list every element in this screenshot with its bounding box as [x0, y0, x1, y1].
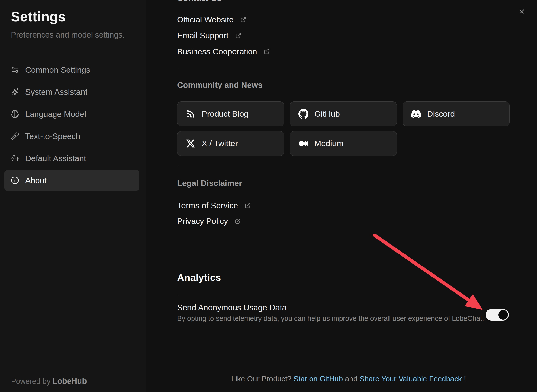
sliders-icon: [11, 66, 19, 74]
feedback-bubble-icon: [221, 375, 228, 383]
sidebar-item-label: Language Model: [25, 109, 86, 119]
share-feedback-link[interactable]: Share Your Valuable Feedback: [360, 375, 462, 383]
terms-of-service-link[interactable]: Terms of Service: [177, 201, 251, 210]
bot-icon: [11, 154, 19, 162]
section-divider: [177, 295, 510, 295]
discord-icon: [411, 109, 421, 119]
link-label: Terms of Service: [177, 201, 238, 210]
external-link-icon: [235, 32, 241, 38]
lobehub-brand[interactable]: LobeHub: [52, 377, 87, 386]
button-label: Discord: [427, 109, 455, 119]
powered-by: Powered by LobeHub: [11, 377, 87, 386]
footer-text: Like Our Product?: [231, 375, 291, 383]
settings-page: Settings Preferences and model settings.…: [0, 0, 537, 392]
analytics-heading: Analytics: [177, 272, 221, 283]
powered-by-text: Powered by: [11, 377, 50, 386]
star-on-github-link[interactable]: Star on GitHub: [293, 375, 343, 383]
external-link-icon: [245, 202, 251, 209]
sidebar-item-default-assistant[interactable]: Default Assistant: [4, 148, 139, 169]
github-button[interactable]: GitHub: [290, 101, 397, 126]
discord-button[interactable]: Discord: [403, 101, 510, 126]
link-label: Official Website: [177, 15, 234, 24]
sparkles-icon: [11, 88, 19, 96]
usage-data-description: By opting to send telemetry data, you ca…: [177, 315, 484, 322]
external-link-icon: [264, 49, 270, 55]
feedback-footer: Like Our Product? Star on GitHub and Sha…: [177, 375, 510, 383]
sidebar-item-language-model[interactable]: Language Model: [4, 103, 139, 125]
community-heading: Community and News: [177, 80, 262, 90]
github-icon: [298, 109, 308, 119]
legal-heading: Legal Disclaimer: [177, 178, 242, 188]
sidebar-item-label: About: [25, 176, 47, 185]
privacy-policy-link[interactable]: Privacy Policy: [177, 216, 241, 226]
sidebar-item-label: Text-to-Speech: [25, 132, 80, 141]
link-label: Business Cooperation: [177, 47, 257, 56]
button-label: X / Twitter: [202, 139, 238, 148]
button-label: Medium: [314, 139, 343, 148]
close-icon[interactable]: [518, 8, 525, 15]
medium-icon: [298, 139, 308, 149]
x-twitter-icon: [186, 139, 196, 149]
x-twitter-button[interactable]: X / Twitter: [177, 131, 284, 156]
sidebar-menu: Common Settings System Assistant Languag…: [0, 59, 146, 192]
medium-button[interactable]: Medium: [290, 131, 397, 156]
product-blog-button[interactable]: Product Blog: [177, 101, 284, 126]
usage-data-label: Send Anonymous Usage Data: [177, 303, 287, 312]
usage-data-toggle[interactable]: [486, 309, 509, 321]
email-support-link[interactable]: Email Support: [177, 31, 241, 40]
info-icon: [11, 176, 19, 184]
link-label: Privacy Policy: [177, 216, 228, 226]
about-content: Contact Us Official Website Email Suppor…: [177, 0, 510, 392]
settings-sidebar: Settings Preferences and model settings.…: [0, 0, 146, 392]
toggle-knob: [498, 310, 508, 320]
section-divider: [177, 167, 510, 167]
button-label: Product Blog: [202, 109, 249, 119]
button-label: GitHub: [314, 109, 340, 119]
contact-us-heading: Contact Us: [177, 0, 222, 3]
rss-icon: [186, 109, 196, 119]
sidebar-item-label: Common Settings: [25, 65, 90, 75]
business-cooperation-link[interactable]: Business Cooperation: [177, 47, 270, 56]
about-panel: Contact Us Official Website Email Suppor…: [146, 0, 537, 392]
sidebar-item-label: System Assistant: [25, 87, 87, 97]
mic-icon: [11, 132, 19, 140]
link-label: Email Support: [177, 31, 229, 40]
sidebar-item-label: Default Assistant: [25, 154, 86, 163]
sidebar-item-text-to-speech[interactable]: Text-to-Speech: [4, 126, 139, 147]
sidebar-item-common-settings[interactable]: Common Settings: [4, 59, 139, 80]
brain-icon: [11, 110, 19, 118]
external-link-icon: [235, 218, 241, 224]
section-divider: [177, 69, 510, 69]
official-website-link[interactable]: Official Website: [177, 15, 246, 24]
sidebar-item-about[interactable]: About: [4, 170, 139, 191]
page-subtitle: Preferences and model settings.: [11, 30, 125, 39]
footer-text: !: [464, 375, 466, 383]
page-title: Settings: [11, 9, 66, 25]
sidebar-item-system-assistant[interactable]: System Assistant: [4, 81, 139, 102]
footer-text: and: [345, 375, 357, 383]
external-link-icon: [240, 17, 246, 23]
